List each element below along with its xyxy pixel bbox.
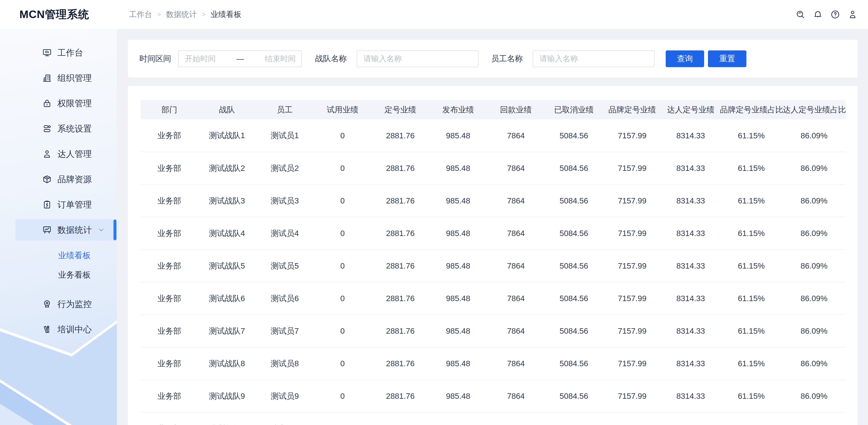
settings-icon — [42, 124, 52, 133]
date-range-picker[interactable]: — — [178, 51, 302, 67]
box-icon — [42, 174, 52, 184]
table-cell: 985.48 — [429, 250, 487, 282]
sidebar-item-permission[interactable]: 权限管理 — [0, 91, 117, 116]
table-cell: 985.48 — [429, 282, 487, 315]
table-cell: 61.15% — [720, 347, 783, 380]
sidebar-item-data-statistics[interactable]: 数据统计 — [0, 217, 117, 243]
table-cell: 测试战队5 — [198, 250, 256, 282]
table-cell: 61.15% — [720, 315, 783, 347]
monitor-icon — [42, 48, 52, 58]
sidebar-item-order[interactable]: 订单管理 — [0, 192, 117, 217]
table-cell: 测试战队10 — [198, 412, 256, 425]
sidebar-item-label: 数据统计 — [57, 224, 92, 236]
sidebar-item-label: 权限管理 — [57, 98, 92, 109]
sidebar-item-workbench[interactable]: 工作台 — [0, 40, 117, 65]
table-row: 业务部测试战队7测试员702881.76985.4878645084.56715… — [141, 315, 845, 347]
sidebar-subitem-business-board[interactable]: 业务看板 — [0, 265, 117, 284]
column-header: 试用业绩 — [313, 100, 371, 119]
table-row: 业务部测试战队8测试员802881.76985.4878645084.56715… — [141, 347, 845, 380]
table-cell: 985.48 — [429, 152, 487, 184]
table-cell: 8314.33 — [661, 119, 720, 152]
table-cell: 0 — [313, 184, 371, 217]
table-cell: 5084.56 — [545, 412, 603, 425]
sidebar-submenu: 业绩看板业务看板 — [0, 246, 117, 284]
user-icon[interactable] — [848, 9, 858, 20]
table-cell: 测试员1 — [256, 119, 314, 152]
table-cell: 86.09% — [782, 380, 845, 412]
table-cell: 7157.99 — [603, 152, 661, 184]
table-cell: 86.09% — [782, 315, 845, 347]
table-cell: 0 — [313, 250, 371, 282]
header-icon-group — [796, 0, 858, 29]
end-date-input[interactable] — [246, 51, 301, 67]
breadcrumb-separator: > — [157, 11, 161, 18]
table-header-row: 部门战队员工试用业绩定号业绩发布业绩回款业绩已取消业绩品牌定号业绩达人定号业绩品… — [141, 100, 845, 119]
table-cell: 86.09% — [782, 347, 845, 380]
chart-board-icon — [42, 225, 52, 235]
sidebar-item-training-center[interactable]: 培训中心 — [0, 317, 117, 342]
help-icon[interactable] — [830, 9, 840, 20]
table-cell: 2881.76 — [371, 380, 429, 412]
table-cell: 业务部 — [141, 347, 198, 380]
table-cell: 7157.99 — [603, 380, 661, 412]
table-cell: 86.09% — [782, 412, 845, 425]
table-cell: 2881.76 — [371, 412, 429, 425]
table-cell: 2881.76 — [371, 282, 429, 315]
sidebar-item-brand-resource[interactable]: 品牌资源 — [0, 166, 117, 192]
main-content: 时间区间 — 战队名称 员工名称 查询 重置 部门战队员工试用业绩定号业绩发布业… — [117, 29, 868, 425]
table-cell: 5084.56 — [545, 347, 603, 380]
table-cell: 测试战队1 — [198, 119, 256, 152]
breadcrumb-item[interactable]: 数据统计 — [166, 9, 197, 20]
table-cell: 86.09% — [782, 152, 845, 184]
search-button[interactable]: 查询 — [666, 51, 704, 67]
notification-bell-icon[interactable] — [813, 9, 823, 20]
sidebar-item-behavior-monitor[interactable]: 行为监控 — [0, 292, 117, 317]
webcam-icon — [42, 299, 52, 309]
sidebar-item-talent[interactable]: 达人管理 — [0, 141, 117, 166]
table-row: 业务部测试战队6测试员602881.76985.4878645084.56715… — [141, 282, 845, 315]
table-cell: 7864 — [487, 184, 545, 217]
table-cell: 985.48 — [429, 119, 487, 152]
table-cell: 5084.56 — [545, 217, 603, 250]
table-row: 业务部测试战队2测试员202881.76985.4878645084.56715… — [141, 152, 845, 184]
table-cell: 7864 — [487, 347, 545, 380]
table-cell: 0 — [313, 152, 371, 184]
table-cell: 5084.56 — [545, 250, 603, 282]
column-header: 达人定号业绩 — [661, 100, 720, 119]
start-date-input[interactable] — [179, 51, 235, 67]
search-icon[interactable] — [796, 9, 805, 20]
table-row: 业务部测试战队3测试员302881.76985.4878645084.56715… — [141, 184, 845, 217]
column-header: 达人定号业绩占比 — [782, 100, 845, 119]
table-cell: 业务部 — [141, 380, 198, 412]
sidebar-item-label: 品牌资源 — [57, 174, 92, 185]
sidebar-item-organization[interactable]: 组织管理 — [0, 65, 117, 91]
top-header: MCN管理系统 工作台>数据统计>业绩看板 — [0, 0, 868, 29]
table-cell: 7157.99 — [603, 250, 661, 282]
sidebar-subitem-performance-board[interactable]: 业绩看板 — [0, 246, 117, 265]
table-cell: 7864 — [487, 315, 545, 347]
performance-table-card: 部门战队员工试用业绩定号业绩发布业绩回款业绩已取消业绩品牌定号业绩达人定号业绩品… — [128, 86, 858, 425]
reset-button[interactable]: 重置 — [708, 51, 746, 67]
table-cell: 测试员10 — [256, 412, 314, 425]
table-cell: 业务部 — [141, 152, 198, 184]
column-header: 定号业绩 — [371, 100, 429, 119]
column-header: 部门 — [141, 100, 198, 119]
table-cell: 86.09% — [782, 282, 845, 315]
table-cell: 业务部 — [141, 282, 198, 315]
column-header: 发布业绩 — [429, 100, 487, 119]
sidebar-item-system-settings[interactable]: 系统设置 — [0, 116, 117, 141]
table-cell: 测试员4 — [256, 217, 314, 250]
breadcrumb-item[interactable]: 业绩看板 — [211, 9, 241, 20]
table-cell: 61.15% — [720, 184, 783, 217]
table-cell: 5084.56 — [545, 152, 603, 184]
sidebar-item-label: 工作台 — [57, 47, 83, 59]
table-cell: 61.15% — [720, 152, 783, 184]
employee-name-input[interactable] — [533, 51, 655, 67]
breadcrumb-item[interactable]: 工作台 — [129, 9, 152, 20]
employee-name-label: 员工名称 — [491, 53, 523, 64]
team-name-input[interactable] — [357, 51, 478, 67]
table-cell: 测试战队2 — [198, 152, 256, 184]
table-cell: 7157.99 — [603, 412, 661, 425]
table-cell: 7157.99 — [603, 217, 661, 250]
table-cell: 测试战队6 — [198, 282, 256, 315]
